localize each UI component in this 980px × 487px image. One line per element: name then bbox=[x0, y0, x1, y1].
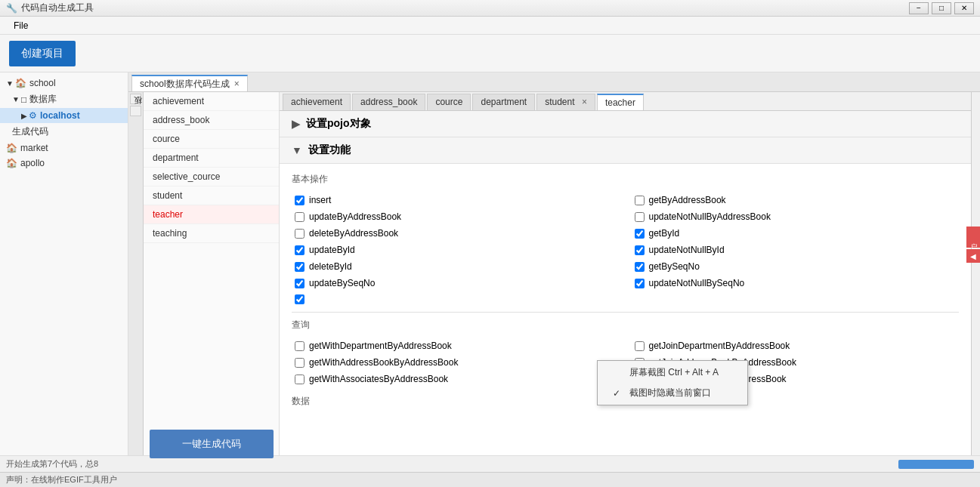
divider-1 bbox=[292, 312, 959, 313]
tab-achievement[interactable]: achievement bbox=[283, 94, 351, 110]
checkbox-insert-input[interactable] bbox=[295, 196, 305, 205]
menu-bar: File bbox=[0, 17, 980, 35]
sidebar-label-market: market bbox=[20, 143, 48, 153]
tab-address-book[interactable]: address_book bbox=[352, 94, 425, 110]
toolbar: 创建项目 bbox=[0, 35, 980, 72]
checkbox-updateNotNullBySeqNo-label: updateNotNullBySeqNo bbox=[649, 278, 745, 288]
context-menu-hide-window[interactable]: ✓ 截图时隐藏当前窗口 bbox=[598, 383, 747, 403]
sidebar-item-database[interactable]: ▼ □ 数据库 bbox=[0, 91, 128, 108]
checkbox-updateByAddressBook-input[interactable] bbox=[295, 212, 305, 222]
table-list: achievement address_book cource departme… bbox=[144, 92, 280, 455]
pojo-section-header[interactable]: ▶ 设置pojo对象 bbox=[280, 111, 971, 137]
table-item-student[interactable]: student bbox=[144, 186, 279, 205]
query-label: 查询 bbox=[292, 316, 959, 334]
generate-button[interactable]: 一键生成代码 bbox=[150, 430, 274, 455]
bottom-info-text: 声明：在线制作EGIF工具用户 bbox=[6, 474, 117, 485]
tree-arrow-db: ▼ bbox=[12, 95, 20, 103]
hide-window-label: 截图时隐藏当前窗口 bbox=[629, 387, 711, 399]
main-layout: ▼ 🏠 school ▼ □ 数据库 ▶ ⚙ localhost 生成代码 🏠 … bbox=[0, 72, 980, 455]
checkbox-deleteByAddressBook-input[interactable] bbox=[295, 229, 305, 239]
checkbox-getBySeqNo: getBySeqNo bbox=[632, 260, 960, 273]
tab-cource[interactable]: cource bbox=[427, 94, 471, 110]
project-tab-close[interactable]: × bbox=[234, 79, 240, 89]
project-tab-label: school数据库代码生成 bbox=[140, 78, 230, 91]
table-item-teaching[interactable]: teaching bbox=[144, 224, 279, 243]
table-tabs: achievement address_book cource departme… bbox=[280, 92, 971, 111]
table-item-department[interactable]: department bbox=[144, 149, 279, 168]
checkbox-insert-label: insert bbox=[309, 195, 331, 205]
table-item-selective-cource[interactable]: selective_cource bbox=[144, 168, 279, 186]
progress-bar bbox=[898, 460, 974, 469]
context-menu-screenshot[interactable]: 屏幕截图 Ctrl + Alt + A bbox=[598, 362, 747, 383]
checkbox-getById-input[interactable] bbox=[635, 229, 645, 239]
checkbox-grid: insert getByAddressBook updateByAddressB… bbox=[292, 193, 959, 306]
checkbox-getWithDepartment-label: getWithDepartmentByAddressBook bbox=[309, 341, 452, 351]
create-project-button[interactable]: 创建项目 bbox=[9, 41, 76, 66]
scroll-right bbox=[971, 92, 980, 455]
sidebar-item-school[interactable]: ▼ 🏠 school bbox=[0, 76, 128, 91]
tab-student[interactable]: student × bbox=[536, 94, 595, 110]
sidebar-item-apollo[interactable]: 🏠 apollo bbox=[0, 156, 128, 171]
checkbox-updateById-input[interactable] bbox=[295, 245, 305, 255]
minimize-button[interactable]: − bbox=[909, 2, 929, 14]
status-text: 开始生成第7个代码，总8 bbox=[6, 458, 98, 470]
screenshot-label: 屏幕截图 Ctrl + Alt + A bbox=[629, 366, 719, 379]
checkbox-updateNotNullByAddressBook-label: updateNotNullByAddressBook bbox=[649, 211, 771, 222]
sidebar-label-apollo: apollo bbox=[20, 158, 45, 168]
title-bar-text: 代码自动生成工具 bbox=[21, 2, 909, 14]
sidebar-item-generate[interactable]: 生成代码 bbox=[0, 123, 128, 140]
checkbox-getWithAssociates: getWithAssociatesByAddressBook bbox=[292, 372, 620, 386]
checkbox-updateById-label: updateById bbox=[309, 245, 355, 255]
table-item-teacher[interactable]: teacher bbox=[144, 205, 279, 224]
checkbox-getBySeqNo-input[interactable] bbox=[635, 262, 645, 272]
checkbox-getByAddressBook-input[interactable] bbox=[635, 196, 645, 205]
indicator-arrow: ◀ bbox=[966, 249, 980, 263]
tab-student-close[interactable]: × bbox=[582, 97, 587, 107]
checkbox-getWithAddressBook-label: getWithAddressBookByAddressBook bbox=[309, 357, 458, 368]
restore-button[interactable]: □ bbox=[932, 2, 951, 14]
checkbox-extra-input[interactable] bbox=[295, 294, 305, 304]
checkbox-insert: insert bbox=[292, 193, 620, 207]
checkbox-getJoinDepartment-label: getJoinDepartmentByAddressBook bbox=[649, 341, 790, 351]
checkbox-updateNotNullBySeqNo-input[interactable] bbox=[635, 279, 645, 288]
side-indicator: 启 ◀ bbox=[966, 227, 980, 263]
checkbox-updateNotNullByAddressBook: updateNotNullByAddressBook bbox=[632, 210, 960, 223]
vertical-buttons: 模 板 bbox=[128, 92, 144, 455]
checkbox-updateNotNullById-label: updateNotNullById bbox=[649, 245, 725, 255]
file-menu[interactable]: File bbox=[6, 19, 36, 32]
tab-teacher[interactable]: teacher bbox=[597, 94, 644, 110]
sidebar-item-market[interactable]: 🏠 market bbox=[0, 140, 128, 156]
checkbox-updateByAddressBook-label: updateByAddressBook bbox=[309, 211, 401, 222]
sidebar-label-database: 数据库 bbox=[29, 93, 57, 106]
checkbox-getWithAssociates-label: getWithAssociatesByAddressBook bbox=[309, 374, 448, 384]
pojo-arrow: ▶ bbox=[292, 118, 300, 130]
template-button-1[interactable]: 模 bbox=[130, 94, 141, 104]
close-button[interactable]: ✕ bbox=[954, 2, 974, 14]
checkbox-getWithDepartment-input[interactable] bbox=[295, 341, 305, 351]
function-section-header[interactable]: ▼ 设置功能 bbox=[280, 137, 971, 164]
checkbox-getWithAssociates-input[interactable] bbox=[295, 374, 305, 384]
inner-layout: 模 板 achievement address_book cource depa… bbox=[128, 92, 980, 455]
checkbox-updateNotNullById: updateNotNullById bbox=[632, 243, 960, 257]
table-item-cource[interactable]: cource bbox=[144, 130, 279, 149]
table-item-address-book[interactable]: address_book bbox=[144, 111, 279, 130]
checkbox-updateByAddressBook: updateByAddressBook bbox=[292, 210, 620, 223]
checkbox-updateNotNullById-input[interactable] bbox=[635, 245, 645, 255]
project-tab-school[interactable]: school数据库代码生成 × bbox=[131, 75, 248, 91]
tree-arrow-school: ▼ bbox=[6, 79, 14, 88]
checkbox-getWithAddressBook-input[interactable] bbox=[295, 358, 305, 368]
checkbox-updateNotNullByAddressBook-input[interactable] bbox=[635, 212, 645, 222]
checkbox-getBySeqNo-label: getBySeqNo bbox=[649, 261, 700, 272]
checkbox-getWithDepartment: getWithDepartmentByAddressBook bbox=[292, 339, 620, 353]
template-button-2[interactable]: 板 bbox=[130, 106, 141, 116]
content-area: school数据库代码生成 × 模 板 achievement address_… bbox=[128, 72, 980, 455]
sidebar-item-localhost[interactable]: ▶ ⚙ localhost bbox=[0, 108, 128, 123]
table-item-achievement[interactable]: achievement bbox=[144, 92, 279, 111]
settings-area: ▶ 设置pojo对象 ▼ 设置功能 基本操作 bbox=[280, 111, 971, 455]
checkbox-updateBySeqNo-input[interactable] bbox=[295, 279, 305, 288]
checkbox-deleteById-input[interactable] bbox=[295, 262, 305, 272]
tab-department[interactable]: department bbox=[472, 94, 535, 110]
checkbox-getJoinDepartment-input[interactable] bbox=[635, 341, 645, 351]
function-title: 设置功能 bbox=[308, 143, 351, 157]
checkbox-getJoinDepartment: getJoinDepartmentByAddressBook bbox=[632, 339, 960, 353]
